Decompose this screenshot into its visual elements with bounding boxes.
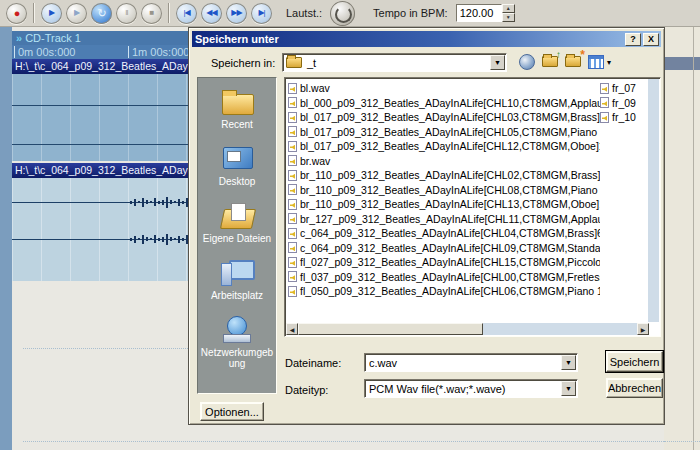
place-label: Recent	[199, 119, 275, 130]
back-icon[interactable]	[519, 54, 535, 70]
wav-file-icon	[288, 184, 297, 195]
save-in-combobox[interactable]: _t ▼	[282, 53, 507, 72]
place-netzwerkumgebung[interactable]: Netzwerkumgebung	[198, 314, 276, 369]
file-item[interactable]: fr_07	[600, 81, 648, 96]
right-panel-divider	[693, 27, 694, 450]
record-button[interactable]: ●	[6, 3, 27, 24]
scrollbar-track[interactable]	[483, 323, 637, 335]
options-button[interactable]: Optionen...	[200, 402, 264, 421]
file-column-2: fr_07fr_09fr_10	[600, 81, 648, 125]
place-arbeitsplatz[interactable]: Arbeitsplatz	[198, 257, 276, 301]
view-menu-caret-icon[interactable]: ▾	[607, 58, 611, 67]
horizontal-scrollbar[interactable]: ◀ ▶	[286, 323, 649, 335]
timeline-tick: 1m 00s:000	[128, 46, 189, 58]
file-item[interactable]: fr_10	[600, 110, 648, 125]
scrollbar-thumb[interactable]	[298, 323, 483, 335]
loop-button[interactable]: ↻	[91, 3, 112, 24]
file-item[interactable]: br_110_p09_312_Beatles_ADayInALife[CHL08…	[288, 183, 600, 198]
close-button[interactable]: X	[643, 33, 659, 46]
up-one-level-icon[interactable]: ↑	[542, 56, 558, 69]
file-item[interactable]: fl_050_p09_312_Beatles_ADayInALife[CHL06…	[288, 284, 600, 299]
dialog-title: Speichern unter	[192, 33, 625, 45]
application-window: ● ▶▶↻‖■ |◀◀◀▶▶▶| Lautst.: Tempo in BPM: …	[0, 0, 700, 450]
play-from-cursor-button[interactable]: ▶	[66, 3, 87, 24]
place-desktop[interactable]: Desktop	[198, 143, 276, 187]
file-item[interactable]: br_127_p09_312_Beatles_ADayInALife[CHL11…	[288, 212, 600, 227]
toolbar-separator	[168, 3, 170, 23]
tempo-up-icon[interactable]: ▲	[502, 4, 515, 13]
filetype-combobox[interactable]: PCM Wav file(*.wav;*.wave) ▼	[364, 379, 578, 398]
fast-forward-button[interactable]: ▶▶	[226, 3, 247, 24]
current-folder: _t	[302, 57, 490, 69]
new-folder-icon[interactable]: *	[565, 56, 581, 69]
file-name: c_064_p09_312_Beatles_ADayInALife[CHL04,…	[300, 227, 600, 239]
file-item[interactable]: bl.wav	[288, 81, 600, 96]
file-name: bl_017_p09_312_Beatles_ADayInALife[CHL12…	[300, 140, 600, 152]
my-documents-icon	[219, 200, 255, 230]
file-item[interactable]: bl_017_p09_312_Beatles_ADayInALife[CHL05…	[288, 125, 600, 140]
place-eigene-dateien[interactable]: Eigene Dateien	[198, 200, 276, 244]
save-button[interactable]: Speichern	[606, 351, 663, 372]
file-item[interactable]: br_110_p09_312_Beatles_ADayInALife[CHL13…	[288, 197, 600, 212]
tempo-input[interactable]	[456, 4, 502, 22]
wav-file-icon	[288, 199, 297, 210]
play-button[interactable]: ▶	[41, 3, 62, 24]
view-menu-icon[interactable]	[588, 55, 604, 69]
network-icon	[219, 314, 255, 344]
wav-file-icon	[288, 155, 297, 166]
cancel-button[interactable]: Abbrechen	[606, 378, 663, 398]
volume-knob[interactable]	[330, 1, 355, 26]
skip-to-end-button[interactable]: ▶|	[251, 3, 272, 24]
file-item[interactable]: bl_017_p09_312_Beatles_ADayInALife[CHL12…	[288, 139, 600, 154]
dropdown-arrow-icon[interactable]: ▼	[490, 55, 505, 70]
file-name: bl_017_p09_312_Beatles_ADayInALife[CHL03…	[300, 111, 600, 123]
dropdown-arrow-icon[interactable]: ▼	[561, 381, 576, 396]
wav-file-icon	[288, 228, 297, 239]
dropdown-arrow-icon[interactable]: ▼	[561, 355, 576, 370]
file-name: c_064_p09_312_Beatles_ADayInALife[CHL09,…	[300, 242, 600, 254]
place-label: Arbeitsplatz	[199, 290, 275, 301]
dialog-titlebar[interactable]: Speichern unter ? X	[192, 31, 661, 47]
help-button[interactable]: ?	[625, 33, 641, 46]
file-list[interactable]: bl.wavbl_000_p09_312_Beatles_ADayInALife…	[284, 77, 661, 337]
track-expand-icon[interactable]: »	[16, 32, 22, 44]
wav-file-icon	[288, 170, 297, 181]
navigation-group: |◀◀◀▶▶▶|	[176, 3, 272, 24]
wav-file-icon	[288, 97, 297, 108]
volume-label: Lautst.:	[286, 7, 322, 19]
file-name: bl.wav	[300, 82, 330, 94]
right-panel-band	[664, 57, 700, 70]
file-name: br.wav	[300, 155, 330, 167]
desktop-icon	[219, 143, 255, 173]
pause-button[interactable]: ‖	[116, 3, 137, 24]
wav-file-icon	[600, 97, 609, 108]
stop-button[interactable]: ■	[141, 3, 162, 24]
file-item[interactable]: c_064_p09_312_Beatles_ADayInALife[CHL04,…	[288, 226, 600, 241]
wav-file-icon	[288, 112, 297, 123]
filename-label: Dateiname:	[285, 357, 341, 369]
file-item[interactable]: br_110_p09_312_Beatles_ADayInALife[CHL02…	[288, 168, 600, 183]
file-item[interactable]: bl_017_p09_312_Beatles_ADayInALife[CHL03…	[288, 110, 600, 125]
place-label: Eigene Dateien	[199, 233, 275, 244]
place-recent[interactable]: Recent	[198, 86, 276, 130]
track-divider	[664, 441, 700, 442]
rewind-button[interactable]: ◀◀	[201, 3, 222, 24]
skip-to-start-button[interactable]: |◀	[176, 3, 197, 24]
file-item[interactable]: fl_027_p09_312_Beatles_ADayInALife[CHL15…	[288, 255, 600, 270]
file-name: fl_027_p09_312_Beatles_ADayInALife[CHL15…	[300, 256, 600, 268]
vertical-scrollbar[interactable]	[648, 79, 659, 322]
file-item[interactable]: br.wav	[288, 154, 600, 169]
wav-file-icon	[600, 83, 609, 94]
timeline-tick: 0m 00s:000	[14, 46, 75, 58]
filename-input[interactable]	[365, 357, 561, 369]
file-item[interactable]: c_064_p09_312_Beatles_ADayInALife[CHL09,…	[288, 241, 600, 256]
file-item[interactable]: fl_037_p09_312_Beatles_ADayInALife[CHL00…	[288, 270, 600, 285]
scroll-right-icon[interactable]: ▶	[637, 323, 649, 335]
tempo-down-icon[interactable]: ▼	[502, 13, 515, 22]
scroll-left-icon[interactable]: ◀	[286, 323, 298, 335]
file-item[interactable]: bl_000_p09_312_Beatles_ADayInALife[CHL10…	[288, 96, 600, 111]
file-item[interactable]: fr_09	[600, 96, 648, 111]
cd-track-label: CD-Track 1	[25, 32, 81, 44]
file-name: fr_07	[612, 82, 636, 94]
wav-file-icon	[288, 83, 297, 94]
